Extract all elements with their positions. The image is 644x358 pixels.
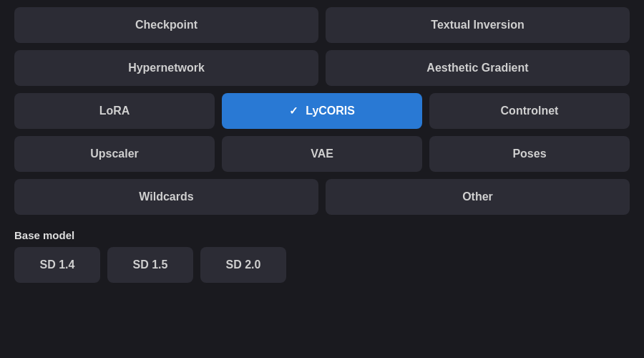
btn-poses[interactable]: Poses [429,136,630,172]
btn-controlnet-label: Controlnet [501,105,559,117]
btn-vae-label: VAE [311,147,333,160]
btn-sd20[interactable]: SD 2.0 [200,247,286,283]
check-icon: ✓ [289,105,301,117]
filter-grid: CheckpointTextual InversionHypernetworkA… [14,7,630,215]
btn-aesthetic-gradient[interactable]: Aesthetic Gradient [326,50,630,86]
btn-lycoris-label: LyCORIS [306,105,355,117]
row-1: CheckpointTextual Inversion [14,7,630,43]
btn-checkpoint[interactable]: Checkpoint [14,7,318,43]
row-3: LoRA✓ LyCORISControlnet [14,93,630,129]
btn-hypernetwork-label: Hypernetwork [128,62,205,74]
btn-other[interactable]: Other [326,179,630,215]
btn-upscaler-label: Upscaler [90,147,139,160]
btn-textual-inversion-label: Textual Inversion [431,19,524,31]
btn-vae[interactable]: VAE [222,136,422,172]
btn-hypernetwork[interactable]: Hypernetwork [14,50,318,86]
btn-wildcards-label: Wildcards [139,190,193,203]
row-4: UpscalerVAEPoses [14,136,630,172]
row-5: WildcardsOther [14,179,630,215]
btn-aesthetic-gradient-label: Aesthetic Gradient [426,62,528,74]
btn-checkpoint-label: Checkpoint [135,19,197,31]
btn-upscaler[interactable]: Upscaler [14,136,215,172]
btn-other-label: Other [462,190,493,203]
btn-sd15[interactable]: SD 1.5 [107,247,193,283]
btn-lycoris[interactable]: ✓ LyCORIS [222,93,422,129]
base-model-row: SD 1.4SD 1.5SD 2.0 [14,247,630,283]
btn-controlnet[interactable]: Controlnet [429,93,630,129]
btn-sd14[interactable]: SD 1.4 [14,247,100,283]
btn-lora[interactable]: LoRA [14,93,215,129]
btn-poses-label: Poses [512,147,546,160]
btn-wildcards[interactable]: Wildcards [14,179,318,215]
row-2: HypernetworkAesthetic Gradient [14,50,630,86]
base-model-label: Base model [14,229,630,241]
btn-lora-label: LoRA [99,105,130,117]
btn-textual-inversion[interactable]: Textual Inversion [326,7,630,43]
